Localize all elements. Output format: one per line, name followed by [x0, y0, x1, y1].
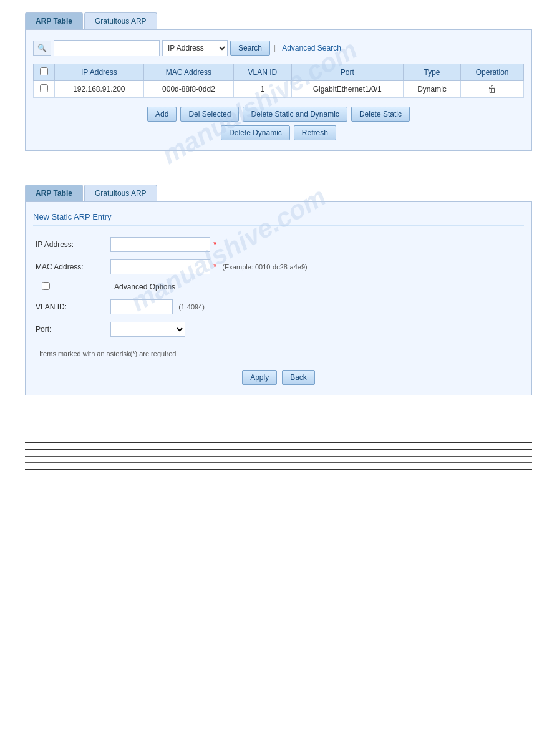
section2-panel: New Static ARP Entry IP Address: * MAC A… — [25, 201, 532, 395]
ip-required-star: * — [213, 240, 216, 249]
port-row: Port: — [33, 318, 524, 341]
del-selected-button[interactable]: Del Selected — [180, 107, 239, 122]
row-checkbox[interactable] — [40, 84, 48, 92]
mac-address-row: MAC Address: * (Example: 0010-dc28-a4e9) — [33, 256, 524, 278]
form-buttons: Apply Back — [33, 370, 524, 385]
header-operation: Operation — [461, 64, 524, 81]
search-button[interactable]: Search — [230, 41, 270, 56]
ip-address-label: IP Address: — [33, 233, 108, 256]
tab-arp-table-1[interactable]: ARP Table — [25, 12, 83, 29]
bottom-line-1 — [25, 443, 532, 450]
header-port: Port — [291, 64, 403, 81]
search-icon-box: 🔍 — [33, 41, 51, 56]
advanced-options-label-cell: Advanced Options — [108, 278, 524, 296]
new-arp-form: IP Address: * MAC Address: * (Example: 0… — [33, 233, 524, 341]
vlan-id-input-cell: (1-4094) — [108, 296, 524, 318]
refresh-button[interactable]: Refresh — [294, 125, 336, 140]
bottom-line-4 — [25, 463, 532, 470]
port-select[interactable] — [110, 322, 185, 337]
new-static-arp-title: New Static ARP Entry — [33, 212, 524, 226]
table-header-row: IP Address MAC Address VLAN ID Port Type… — [34, 64, 524, 81]
mac-address-input[interactable] — [110, 259, 210, 274]
row-type: Dynamic — [403, 81, 460, 98]
vlan-id-input[interactable] — [110, 299, 173, 314]
mac-address-label: MAC Address: — [33, 256, 108, 278]
mac-address-input-cell: * (Example: 0010-dc28-a4e9) — [108, 256, 524, 278]
magnifier-icon: 🔍 — [37, 44, 47, 52]
select-all-checkbox[interactable] — [40, 67, 48, 75]
search-type-select[interactable]: IP Address MAC Address VLAN ID Port Type — [162, 40, 228, 56]
apply-button[interactable]: Apply — [242, 370, 277, 385]
ip-address-input-cell: * — [108, 233, 524, 256]
bottom-lines — [25, 442, 532, 470]
mac-required-star: * — [213, 263, 216, 271]
advanced-options-checkbox[interactable] — [42, 282, 50, 290]
tab-gratuitous-arp-2[interactable]: Gratuitous ARP — [84, 185, 157, 201]
ip-address-input[interactable] — [110, 237, 210, 252]
header-vlan-id: VLAN ID — [234, 64, 291, 81]
delete-dynamic-button[interactable]: Delete Dynamic — [221, 125, 290, 140]
row-mac-address: 000d-88f8-0dd2 — [143, 81, 234, 98]
search-input[interactable] — [54, 40, 160, 56]
row-ip-address: 192.168.91.200 — [55, 81, 144, 98]
action-buttons: Add Del Selected Delete Static and Dynam… — [33, 107, 524, 122]
delete-static-button[interactable]: Delete Static — [351, 107, 410, 122]
section1-panel: 🔍 IP Address MAC Address VLAN ID Port Ty… — [25, 29, 532, 151]
row-checkbox-cell — [34, 81, 55, 98]
add-button[interactable]: Add — [147, 107, 177, 122]
row-vlan-id: 1 — [234, 81, 291, 98]
vlan-id-label: VLAN ID: — [33, 296, 108, 318]
header-type: Type — [403, 64, 460, 81]
advanced-search-link[interactable]: Advanced Search — [282, 44, 341, 52]
section2-tab-bar: ARP Table Gratuitous ARP — [25, 185, 532, 201]
bottom-line-2 — [25, 450, 532, 457]
delete-icon[interactable]: 🗑 — [488, 84, 496, 94]
separator: | — [274, 44, 276, 52]
header-mac-address: MAC Address — [143, 64, 234, 81]
header-checkbox-cell — [34, 64, 55, 81]
tab-arp-table-2[interactable]: ARP Table — [25, 185, 83, 201]
mac-example-hint: (Example: 0010-dc28-a4e9) — [222, 263, 307, 271]
advanced-options-row: Advanced Options — [33, 278, 524, 296]
port-label: Port: — [33, 318, 108, 341]
table-row: 192.168.91.200 000d-88f8-0dd2 1 GigabitE… — [34, 81, 524, 98]
ip-address-row: IP Address: * — [33, 233, 524, 256]
back-button[interactable]: Back — [282, 370, 315, 385]
advanced-options-label: Advanced Options — [114, 283, 175, 291]
vlan-hint: (1-4094) — [178, 303, 205, 311]
header-ip-address: IP Address — [55, 64, 144, 81]
delete-static-dynamic-button[interactable]: Delete Static and Dynamic — [243, 107, 347, 122]
vlan-id-row: VLAN ID: (1-4094) — [33, 296, 524, 318]
search-bar: 🔍 IP Address MAC Address VLAN ID Port Ty… — [33, 40, 524, 56]
tab-gratuitous-arp-1[interactable]: Gratuitous ARP — [84, 12, 157, 29]
row-port: GigabitEthernet1/0/1 — [291, 81, 403, 98]
row-operation[interactable]: 🗑 — [461, 81, 524, 98]
port-select-cell — [108, 318, 524, 341]
advanced-options-checkbox-cell — [33, 278, 108, 296]
arp-table: IP Address MAC Address VLAN ID Port Type… — [33, 64, 524, 98]
bottom-line-3 — [25, 457, 532, 463]
required-note: Items marked with an asterisk(*) are req… — [33, 346, 524, 361]
section1-tab-bar: ARP Table Gratuitous ARP — [25, 12, 532, 29]
action-buttons-2: Delete Dynamic Refresh — [33, 125, 524, 140]
